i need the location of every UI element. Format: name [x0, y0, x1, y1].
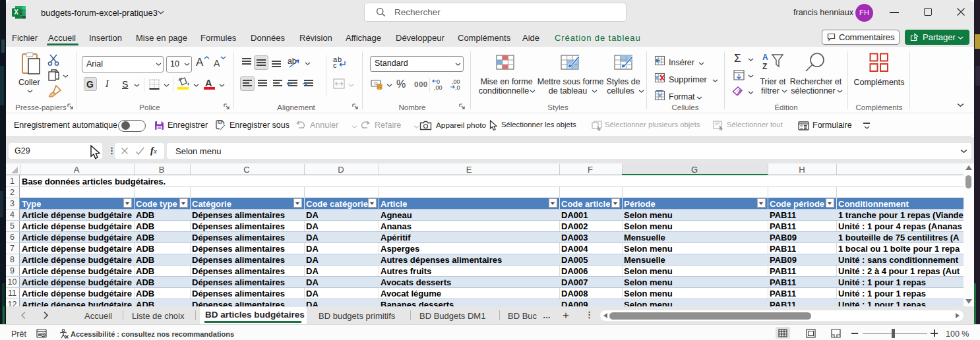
svg-text:X: X [14, 9, 18, 16]
